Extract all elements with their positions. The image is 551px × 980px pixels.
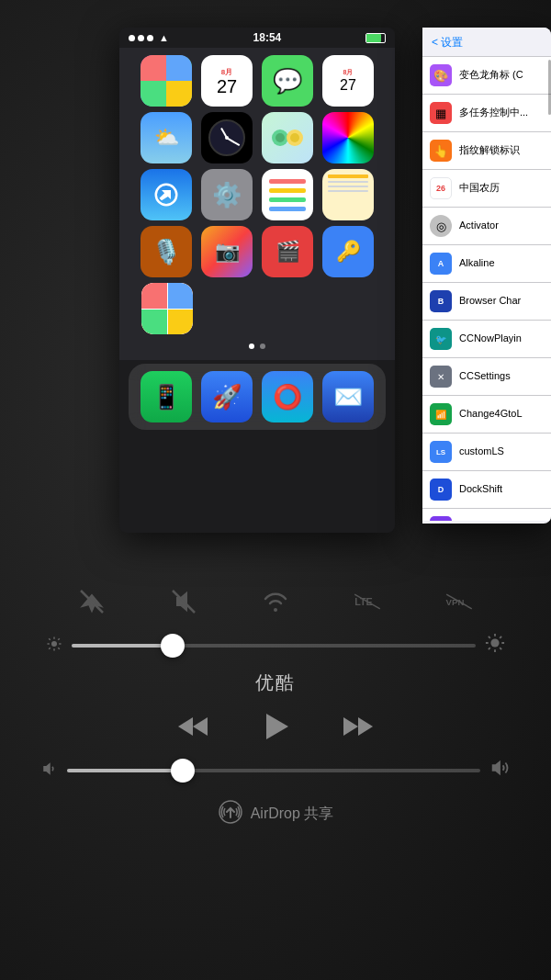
lte-icon[interactable]: LTE [349, 583, 386, 620]
status-time: 18:54 [253, 31, 282, 44]
signal-dot-2 [138, 35, 144, 41]
settings-lunarcal-icon: 26 [430, 177, 452, 199]
now-playing-label: 优酷 [37, 670, 514, 695]
volume-slider-fill [67, 769, 183, 772]
svg-marker-17 [43, 762, 51, 775]
dock-vpn-icon[interactable]: ⭕ [262, 371, 313, 422]
settings-item-ccnow[interactable]: 🐦 CCNowPlayin [422, 321, 551, 358]
svg-point-2 [276, 133, 285, 142]
app-notes-icon[interactable] [322, 169, 374, 220]
app-colorwheel-icon[interactable] [322, 112, 374, 163]
dock-airmail-icon[interactable]: ✉️ [322, 371, 374, 422]
app-clock-icon[interactable] [201, 112, 253, 163]
page-dot-1 [249, 344, 254, 349]
brightness-slider-thumb[interactable] [161, 634, 185, 658]
brightness-row [37, 633, 514, 658]
wifi-status-icon: ▲ [159, 32, 169, 43]
wifi-icon[interactable] [257, 583, 294, 620]
dock-phone-icon[interactable]: 📱 [141, 371, 192, 422]
app-row-4: 🎙️ 📷 🎬 🔑 [130, 226, 384, 277]
play-button[interactable] [257, 708, 294, 745]
status-right [365, 33, 386, 43]
app-calendar-icon[interactable]: 8月 27 [201, 55, 253, 107]
clock-face [208, 119, 245, 156]
settings-item-customls[interactable]: LS customLS [422, 434, 551, 471]
svg-marker-16 [358, 717, 373, 736]
settings-item-browserchar[interactable]: B Browser Char [422, 283, 551, 321]
settings-item-multitask[interactable]: ▦ 多任务控制中... [422, 95, 551, 132]
settings-item-activator[interactable]: ◎ Activator [422, 208, 551, 245]
settings-item-eclipse[interactable]: E Eclipse 2 [422, 509, 551, 521]
iphone-screen: ▲ 18:54 8月 27 [119, 28, 395, 533]
settings-ccnow-text: CCNowPlayin [459, 332, 522, 344]
app-cal2-icon[interactable]: 8月 27 [322, 55, 374, 107]
settings-panel: < 设置 🎨 变色龙角标 (C ▦ 多任务控制中... 👆 指纹解锁标识 26 … [422, 28, 551, 524]
settings-back-button[interactable]: < 设置 [432, 35, 463, 51]
brightness-low-icon [46, 636, 62, 655]
airdrop-icon [218, 799, 243, 828]
volume-slider-track[interactable] [67, 769, 480, 772]
fastforward-button[interactable] [340, 708, 377, 745]
settings-ccnow-icon: 🐦 [430, 328, 452, 350]
settings-item-biaoqian[interactable]: 🎨 变色龙角标 (C [422, 57, 551, 95]
settings-browserchar-icon: B [430, 290, 452, 312]
silent-mode-icon[interactable] [165, 583, 202, 620]
control-icons-row: LTE VPN [37, 583, 514, 620]
settings-browserchar-text: Browser Char [459, 295, 521, 307]
battery-fill [366, 34, 381, 42]
iphone-dock: 📱 🚀 ⭕ ✉️ [129, 364, 386, 430]
app-appstore-icon[interactable] [141, 169, 192, 220]
app-row-2: ⛅ [130, 112, 384, 163]
settings-ccsettings-text: CCSettings [459, 370, 511, 382]
settings-biaoqian-text: 变色龙角标 (C [459, 69, 523, 81]
app-weather-icon[interactable]: ⛅ [141, 112, 192, 163]
app-podcasts-icon[interactable]: 🎙️ [141, 226, 192, 277]
volume-low-icon [41, 760, 58, 780]
settings-item-alkaline[interactable]: A Alkaline [422, 245, 551, 283]
vpn-icon[interactable]: VPN [441, 583, 478, 620]
cal-day-label: 27 [217, 77, 237, 96]
signal-dot-3 [147, 35, 153, 41]
settings-alkaline-text: Alkaline [459, 257, 495, 269]
settings-fingerprint-icon: 👆 [430, 140, 452, 162]
brightness-slider-track[interactable] [72, 644, 476, 648]
settings-list[interactable]: 🎨 变色龙角标 (C ▦ 多任务控制中... 👆 指纹解锁标识 26 中国农历 … [422, 57, 551, 521]
app-messages-icon[interactable]: 💬 [262, 55, 313, 107]
settings-item-dockshift[interactable]: D DockShift [422, 471, 551, 509]
settings-item-fingerprint[interactable]: 👆 指纹解锁标识 [422, 132, 551, 170]
app-reelz-icon[interactable]: 🎬 [262, 226, 313, 277]
app-settings-icon[interactable]: ⚙️ [201, 169, 253, 220]
app-gamecenter-icon[interactable] [262, 112, 313, 163]
settings-item-lunarcal[interactable]: 26 中国农历 [422, 170, 551, 208]
cal-month-label: 8月 [221, 67, 232, 77]
app-row-1: 8月 27 💬 8月 27 [130, 55, 384, 107]
app-list-icon[interactable] [262, 169, 313, 220]
settings-item-ccsettings[interactable]: ✕ CCSettings [422, 358, 551, 396]
settings-change4g-text: Change4GtoL [459, 408, 523, 420]
settings-multitask-icon: ▦ [430, 102, 452, 124]
page-dots [130, 340, 384, 353]
app-multical-icon[interactable] [141, 283, 193, 334]
iphone-status-bar: ▲ 18:54 [119, 28, 395, 48]
control-panel: LTE VPN [0, 565, 551, 847]
svg-text:LTE: LTE [354, 596, 373, 607]
settings-ccsettings-icon: ✕ [430, 366, 452, 388]
dock-rocket-icon[interactable]: 🚀 [201, 371, 253, 422]
svg-point-10 [51, 641, 57, 647]
settings-multitask-text: 多任务控制中... [459, 107, 528, 118]
app-camera-icon[interactable]: 📷 [201, 226, 253, 277]
airplane-mode-icon[interactable] [73, 583, 110, 620]
settings-eclipse-icon: E [430, 516, 452, 521]
rewind-button[interactable] [174, 708, 211, 745]
settings-item-change4g[interactable]: 📶 Change4GtoL [422, 396, 551, 434]
app-photos-icon[interactable] [141, 55, 192, 107]
settings-customls-text: customLS [459, 445, 504, 457]
settings-activator-icon: ◎ [430, 215, 452, 237]
svg-marker-12 [178, 717, 193, 736]
airdrop-row[interactable]: AirDrop 共享 [37, 799, 514, 828]
battery-icon [365, 33, 386, 43]
svg-marker-18 [492, 760, 500, 776]
app-1password-icon[interactable]: 🔑 [322, 226, 374, 277]
signal-dot-1 [129, 35, 135, 41]
volume-slider-thumb[interactable] [171, 759, 195, 783]
